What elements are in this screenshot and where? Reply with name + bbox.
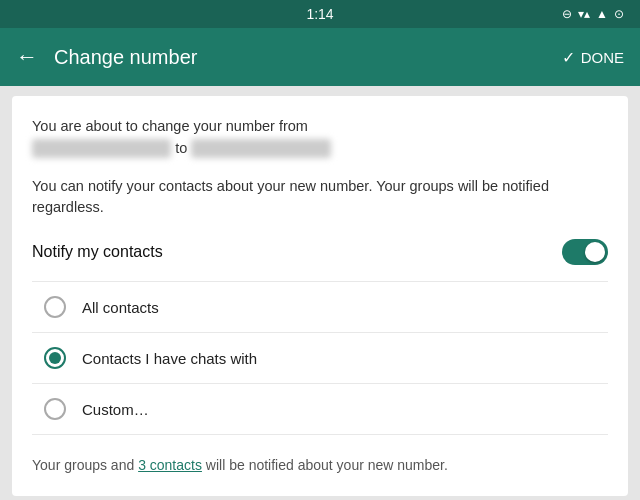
contacts-link[interactable]: 3 contacts xyxy=(138,457,202,473)
done-button[interactable]: ✓ DONE xyxy=(562,48,624,67)
new-number: +1 800 555 9876 xyxy=(191,139,330,159)
radio-circle-custom xyxy=(44,398,66,420)
block-icon: ⊖ xyxy=(562,7,572,21)
notify-toggle[interactable] xyxy=(562,239,608,265)
notify-toggle-label: Notify my contacts xyxy=(32,243,163,261)
app-bar: ← Change number ✓ DONE xyxy=(0,28,640,86)
radio-label-chats: Contacts I have chats with xyxy=(82,350,257,367)
battery-icon: ⊙ xyxy=(614,7,624,21)
status-time: 1:14 xyxy=(306,6,333,22)
radio-label-custom: Custom… xyxy=(82,401,149,418)
radio-item-chats[interactable]: Contacts I have chats with xyxy=(32,333,608,384)
radio-options-group: All contacts Contacts I have chats with … xyxy=(32,281,608,435)
number-change-info: You are about to change your number from… xyxy=(32,116,608,160)
footer-text-prefix: Your groups and xyxy=(32,457,138,473)
radio-item-custom[interactable]: Custom… xyxy=(32,384,608,435)
signal-icon: ▲ xyxy=(596,7,608,21)
status-icons: ⊖ ▾▴ ▲ ⊙ xyxy=(562,7,624,21)
info-text-to: to xyxy=(175,140,191,156)
radio-label-all: All contacts xyxy=(82,299,159,316)
done-label: DONE xyxy=(581,49,624,66)
check-icon: ✓ xyxy=(562,48,575,67)
radio-circle-all xyxy=(44,296,66,318)
wifi-icon: ▾▴ xyxy=(578,7,590,21)
content-card: You are about to change your number from… xyxy=(12,96,628,496)
radio-item-all-contacts[interactable]: All contacts xyxy=(32,282,608,333)
page-title: Change number xyxy=(54,46,562,69)
footer-note: Your groups and 3 contacts will be notif… xyxy=(32,455,608,476)
footer-text-suffix: will be notified about your new number. xyxy=(202,457,448,473)
old-number: +1 800 555 0123 xyxy=(32,139,171,159)
radio-circle-chats xyxy=(44,347,66,369)
info-text-line1: You are about to change your number from xyxy=(32,118,308,134)
notify-toggle-row: Notify my contacts xyxy=(32,239,608,265)
notify-description: You can notify your contacts about your … xyxy=(32,176,608,220)
back-button[interactable]: ← xyxy=(16,44,38,70)
status-bar: 1:14 ⊖ ▾▴ ▲ ⊙ xyxy=(0,0,640,28)
